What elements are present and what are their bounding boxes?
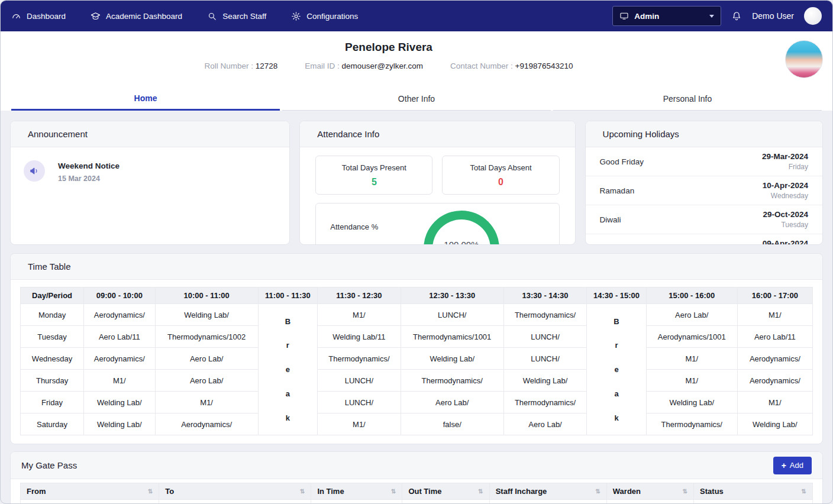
timetable-cell: M1/: [318, 413, 401, 435]
sort-icon[interactable]: ⇅: [478, 488, 483, 495]
timetable-cell: M1/: [84, 370, 156, 392]
holiday-date: 29-Mar-2024: [762, 152, 808, 161]
timetable-day-cell: Thursday: [21, 370, 84, 392]
timetable-cell: M1/: [646, 370, 737, 392]
attendance-percent-box: Attendance % 100.00%: [315, 203, 559, 245]
attendance-card-title: Attendance Info: [300, 121, 574, 147]
timetable-cell: LUNCH/: [318, 392, 401, 413]
timetable-cell: Aero Lab/: [401, 392, 503, 413]
monitor-icon: [619, 11, 629, 21]
plus-icon: +: [782, 461, 786, 470]
nav-label: Dashboard: [27, 12, 66, 21]
attendance-percent-label: Attendance %: [330, 222, 378, 231]
timetable-cell: Aero Lab/: [503, 413, 587, 435]
holidays-list: Good Friday29-Mar-2024FridayRamadan10-Ap…: [586, 147, 822, 245]
gatepass-section: My Gate Pass + Add From⇅To⇅In Time⇅Out T…: [10, 451, 823, 504]
role-selector-dropdown[interactable]: Admin: [612, 6, 721, 26]
gatepass-column-label: Status: [700, 487, 724, 496]
total-days-absent-box: Total Days Absent 0: [442, 156, 559, 195]
announcement-item[interactable]: Weekend Notice 15 Mar 2024: [11, 147, 289, 196]
gatepass-cell: Approved: [694, 500, 813, 504]
gatepass-column-header[interactable]: To⇅: [159, 483, 311, 500]
holiday-date: 10-Apr-2024: [763, 181, 808, 190]
role-selected-value: Admin: [634, 12, 704, 21]
holiday-row: Ugadi09-Apr-2024: [586, 234, 822, 245]
timetable-cell: Welding Lab/: [155, 304, 258, 326]
announcement-card: Announcement Weekend Notice 15 Mar 2024: [10, 121, 290, 245]
timetable-day-cell: Wednesday: [21, 348, 84, 370]
timetable-cell: Aerodynamics/: [737, 348, 812, 370]
holiday-name: Ramadan: [600, 186, 635, 195]
nav-item-search-staff[interactable]: Search Staff: [207, 11, 266, 21]
gatepass-column-header[interactable]: From⇅: [21, 483, 159, 500]
gatepass-body: 19-Mar-2024 17:3520-Mar-2024 17:36:55--A…: [21, 500, 813, 504]
timetable-cell: LUNCH/: [503, 348, 587, 370]
timetable-cell: Aero Lab/: [646, 304, 737, 326]
gatepass-row[interactable]: 19-Mar-2024 17:3520-Mar-2024 17:36:55--A…: [21, 500, 813, 504]
announcement-card-title: Announcement: [11, 121, 289, 147]
timetable-cell: Thermodynamics/: [503, 304, 587, 326]
contact-label: Contact Number :: [450, 62, 513, 70]
holiday-day: Wednesday: [763, 192, 808, 200]
contact-value: +919876543210: [515, 62, 573, 70]
holiday-name: Good Friday: [600, 157, 644, 166]
timetable-cell: false/: [401, 413, 503, 435]
sort-icon[interactable]: ⇅: [391, 488, 396, 495]
timetable-cell: Welding Lab/: [401, 348, 503, 370]
holiday-name: Diwali: [600, 215, 621, 224]
sort-icon[interactable]: ⇅: [595, 488, 600, 495]
timetable-row: SaturdayWelding Lab/Aerodynamics/M1/fals…: [21, 413, 813, 435]
gatepass-column-label: From: [27, 487, 46, 496]
megaphone-icon: [24, 160, 45, 182]
gatepass-column-header[interactable]: Warden⇅: [606, 483, 693, 500]
timetable-cell: M1/: [646, 348, 737, 370]
timetable-day-cell: Friday: [21, 392, 84, 413]
add-button-label: Add: [790, 461, 803, 470]
gatepass-column-label: To: [165, 487, 174, 496]
attendance-card: Attendance Info Total Days Present 5 Tot…: [299, 121, 575, 245]
gatepass-column-header[interactable]: Staff Incharge⇅: [489, 483, 606, 500]
gatepass-title: My Gate Pass: [21, 460, 77, 470]
sort-icon[interactable]: ⇅: [802, 488, 806, 495]
nav-label: Configurations: [306, 12, 358, 21]
gatepass-cell: -: [606, 500, 693, 504]
add-gatepass-button[interactable]: + Add: [773, 457, 812, 474]
tab-other-info[interactable]: Other Info: [282, 87, 551, 111]
holiday-row: Ramadan10-Apr-2024Wednesday: [586, 176, 822, 205]
sort-icon[interactable]: ⇅: [148, 488, 153, 495]
tab-home[interactable]: Home: [11, 87, 280, 111]
break-cell: Break: [587, 304, 646, 435]
gatepass-column-header[interactable]: Out Time⇅: [402, 483, 489, 500]
gatepass-column-label: In Time: [317, 487, 344, 496]
timetable-cell: Aerodynamics/: [84, 304, 156, 326]
dashboard-icon: [11, 11, 21, 21]
timetable-cell: Welding Lab/: [84, 413, 156, 435]
gatepass-column-header[interactable]: Status⇅: [694, 483, 813, 500]
present-label: Total Days Present: [342, 163, 406, 172]
app: Dashboard Academic Dashboard Search Staf…: [0, 0, 833, 504]
timetable-cell: M1/: [155, 392, 258, 413]
timetable-row: ThursdayM1/Aero Lab/LUNCH/Thermodynamics…: [21, 370, 813, 392]
tab-personal-info[interactable]: Personal Info: [553, 87, 822, 111]
timetable-column-header: 10:00 - 11:00: [155, 287, 258, 304]
timetable-cell: Aerodynamics/: [84, 348, 156, 370]
present-value: 5: [372, 177, 377, 188]
nav-item-dashboard[interactable]: Dashboard: [11, 11, 66, 21]
timetable-cell: Thermodynamics/1002: [155, 326, 258, 348]
sort-icon[interactable]: ⇅: [683, 488, 687, 495]
gatepass-column-label: Staff Incharge: [496, 487, 547, 496]
bell-icon[interactable]: [731, 11, 742, 21]
nav-item-configurations[interactable]: Configurations: [291, 11, 358, 21]
chevron-down-icon: [709, 15, 714, 18]
gatepass-column-label: Out Time: [408, 487, 441, 496]
user-avatar[interactable]: [804, 7, 822, 25]
sort-icon[interactable]: ⇅: [300, 488, 305, 495]
timetable-cell: M1/: [737, 392, 812, 413]
timetable-cell: Welding Lab/: [646, 392, 737, 413]
email-value: demouser@zylker.com: [342, 62, 424, 70]
nav-item-academic-dashboard[interactable]: Academic Dashboard: [91, 11, 182, 21]
timetable-column-header: Day/Period: [21, 287, 84, 304]
gatepass-column-header[interactable]: In Time⇅: [311, 483, 402, 500]
timetable-cell: LUNCH/: [401, 304, 503, 326]
holiday-row: Good Friday29-Mar-2024Friday: [586, 147, 822, 176]
